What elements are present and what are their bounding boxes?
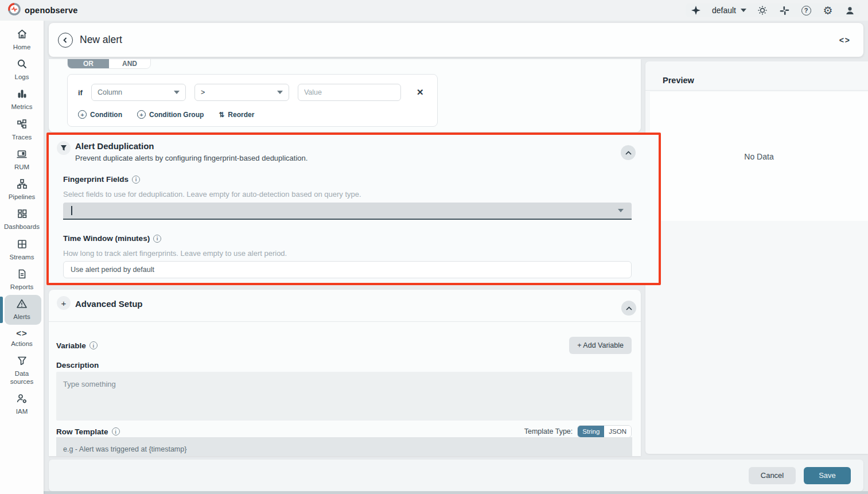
row-template-textarea[interactable]: [56, 437, 632, 456]
sidebar-item-metrics[interactable]: Metrics: [0, 85, 44, 115]
dedup-collapse-button[interactable]: [621, 145, 636, 160]
chevron-down-icon: [174, 91, 180, 94]
operator-select[interactable]: >: [194, 84, 289, 101]
add-variable-button[interactable]: + Add Variable: [569, 337, 632, 354]
advanced-setup-title: Advanced Setup: [75, 299, 143, 309]
sidebar-item-label: Data sources: [6, 370, 37, 385]
chevron-down-icon: [618, 209, 624, 212]
variable-label: Variable: [56, 341, 86, 350]
sidebar-item-data-sources[interactable]: Data sources: [0, 352, 44, 389]
table-grid-icon: [17, 239, 28, 252]
time-window-label: Time Window (minutes): [63, 234, 150, 243]
save-button[interactable]: Save: [804, 467, 851, 484]
bottom-edge: [0, 491, 868, 494]
reorder-arrows-icon: ⇅: [219, 111, 224, 119]
slack-icon[interactable]: [779, 5, 790, 16]
condition-logic-tabs: OR AND: [67, 59, 151, 69]
sidebar-item-pipelines[interactable]: Pipelines: [0, 175, 44, 205]
tab-or[interactable]: OR: [68, 59, 109, 68]
sidebar-item-label: RUM: [14, 164, 29, 171]
reorder-button[interactable]: ⇅ Reorder: [219, 111, 254, 119]
sidebar-item-home[interactable]: Home: [0, 25, 44, 55]
info-icon[interactable]: i: [153, 235, 161, 243]
sidebar-item-streams[interactable]: Streams: [0, 235, 44, 265]
sidebar-item-label: Dashboards: [4, 223, 40, 231]
back-button[interactable]: [58, 33, 73, 48]
sidebar-item-label: Home: [13, 44, 31, 51]
trace-graph-icon: [17, 119, 28, 132]
conditions-section: OR AND if Column > ✕ + Conditio: [49, 59, 641, 132]
ai-sparkle-icon[interactable]: [690, 5, 702, 16]
theme-sun-icon[interactable]: [757, 5, 768, 16]
openobserve-logo-icon: [8, 3, 21, 18]
sidebar-item-reports[interactable]: Reports: [0, 265, 44, 295]
dashboard-grid-icon: [17, 208, 28, 221]
tab-and[interactable]: AND: [109, 59, 150, 68]
no-data-text: No Data: [744, 152, 773, 161]
search-icon: [17, 59, 28, 72]
info-icon[interactable]: i: [132, 176, 140, 184]
top-toolbar: default ? ⚙: [686, 3, 860, 17]
template-type-toggle: String JSON: [577, 425, 632, 438]
code-brackets-icon: <>: [16, 328, 28, 339]
expand-plus-icon[interactable]: +: [57, 296, 71, 310]
sidebar-item-rum[interactable]: RUM: [0, 145, 44, 175]
brand-name: openobserve: [25, 6, 77, 15]
sidebar-item-label: Streams: [10, 254, 34, 261]
template-type-json[interactable]: JSON: [604, 426, 631, 437]
home-icon: [17, 29, 28, 42]
dedup-funnel-icon: [57, 141, 71, 155]
org-selector[interactable]: default: [712, 6, 746, 15]
code-view-icon[interactable]: <>: [839, 36, 851, 45]
warning-triangle-icon: [16, 298, 28, 312]
sidebar-item-label: Pipelines: [9, 193, 36, 201]
sidebar-item-label: Actions: [11, 340, 33, 348]
info-icon[interactable]: i: [89, 341, 98, 349]
advanced-collapse-button[interactable]: [621, 301, 636, 316]
page-title: New alert: [80, 34, 122, 46]
account-person-icon[interactable]: [844, 5, 855, 16]
time-window-hint: How long to track alert fingerprints. Le…: [63, 249, 287, 258]
document-icon: [17, 269, 28, 282]
add-condition-group-button[interactable]: + Condition Group: [137, 110, 204, 119]
help-icon[interactable]: ?: [800, 5, 812, 16]
pipeline-tree-icon: [17, 178, 28, 192]
settings-gear-icon[interactable]: ⚙: [822, 5, 834, 16]
description-textarea[interactable]: [56, 372, 632, 421]
remove-condition-icon[interactable]: ✕: [417, 87, 424, 98]
time-window-input[interactable]: [63, 261, 632, 278]
description-label: Description: [56, 361, 99, 369]
sidebar-item-traces[interactable]: Traces: [0, 115, 44, 145]
text-cursor: [71, 206, 72, 215]
sidebar: Home Logs Metrics Traces RUM Pipelines D…: [0, 21, 44, 494]
sidebar-item-label: Reports: [10, 283, 33, 291]
sidebar-item-dashboards[interactable]: Dashboards: [0, 205, 44, 235]
advanced-setup-section: + Advanced Setup Variable i + Add Variab…: [49, 290, 641, 456]
sidebar-item-label: Metrics: [11, 103, 32, 111]
alert-deduplication-section-highlighted: Alert Deduplication Prevent duplicate al…: [46, 133, 661, 285]
laptop-icon: [16, 149, 28, 162]
fingerprint-fields-hint: Select fields to use for deduplication. …: [63, 190, 361, 199]
plus-icon: +: [78, 110, 87, 119]
preview-title: Preview: [663, 76, 694, 85]
cancel-button[interactable]: Cancel: [749, 467, 796, 484]
add-condition-button[interactable]: + Condition: [78, 110, 122, 119]
value-input[interactable]: [298, 84, 401, 101]
preview-empty-state: No Data: [650, 92, 868, 221]
sidebar-item-logs[interactable]: Logs: [0, 55, 44, 85]
template-type-string[interactable]: String: [578, 426, 604, 437]
divider: [49, 321, 641, 322]
brand-logo[interactable]: openobserve: [8, 3, 77, 18]
fingerprint-fields-select[interactable]: [63, 203, 632, 220]
column-select[interactable]: Column: [91, 84, 186, 101]
info-icon[interactable]: i: [112, 427, 120, 435]
sidebar-item-label: Traces: [12, 134, 32, 141]
sidebar-item-iam[interactable]: IAM: [0, 390, 44, 419]
if-label: if: [78, 88, 83, 97]
sidebar-item-alerts[interactable]: Alerts: [0, 295, 44, 325]
top-bar: openobserve default: [0, 0, 868, 21]
sidebar-item-actions[interactable]: <> Actions: [0, 325, 44, 352]
condition-group-box: if Column > ✕ + Condition +: [67, 74, 438, 127]
chevron-down-icon: [741, 9, 746, 12]
page-header: New alert <>: [49, 23, 863, 57]
